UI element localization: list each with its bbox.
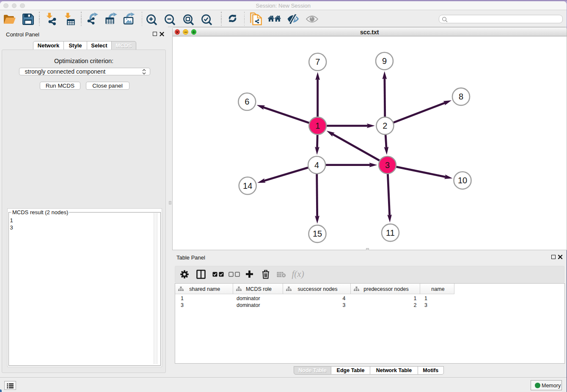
svg-text:9: 9 [382,56,387,66]
svg-text:11: 11 [386,228,395,237]
svg-text:14: 14 [243,181,252,190]
svg-text:8: 8 [459,92,463,101]
svg-text:1: 1 [315,121,320,130]
svg-text:15: 15 [313,229,322,238]
svg-text:3: 3 [385,160,390,170]
svg-text:2: 2 [383,121,387,130]
svg-text:4: 4 [314,160,319,170]
svg-text:10: 10 [458,176,467,185]
svg-text:6: 6 [245,97,249,106]
svg-text:7: 7 [315,57,320,66]
